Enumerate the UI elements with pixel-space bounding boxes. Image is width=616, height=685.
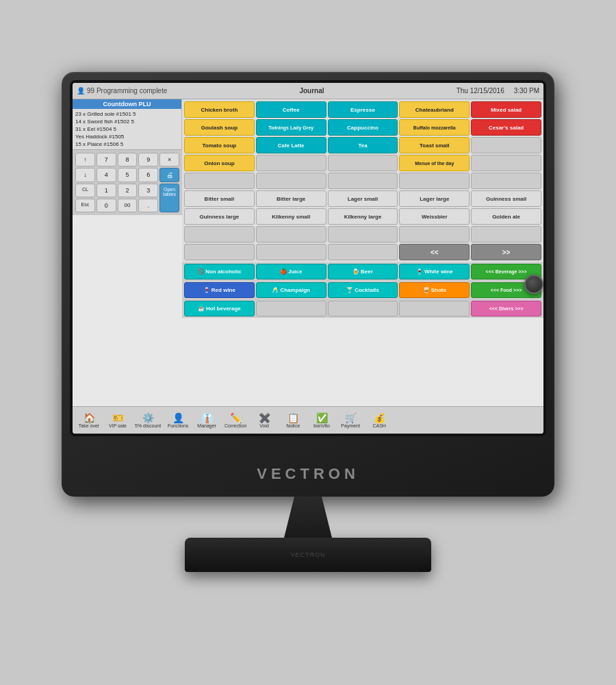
order-item: 23 x Grilled sole #1501 5	[74, 110, 180, 118]
vip-sale-btn[interactable]: 🎫 VIP sale	[104, 412, 131, 429]
cat-juice[interactable]: 🍎 Juice	[256, 264, 326, 279]
menu-goulash-soup[interactable]: Goulash soup	[184, 119, 255, 136]
key-multiply[interactable]: ×	[159, 153, 179, 166]
menu-onion-soup[interactable]: Onion soup	[184, 155, 255, 171]
time-display: 3:30 PM	[514, 87, 539, 95]
right-panel: Chicken broth Coffee Espresso Chateaubri…	[182, 99, 543, 406]
menu-lager-large[interactable]: Lager large	[399, 190, 470, 207]
menu-menue-of-day[interactable]: Menue of the day	[399, 155, 470, 171]
menu-coffee[interactable]: Coffee	[256, 101, 326, 118]
menu-twinings[interactable]: Twinings Lady Grey	[256, 119, 326, 136]
key-0[interactable]: 0	[97, 199, 116, 212]
journal-label: Journal	[171, 87, 452, 95]
void-label: Void	[259, 423, 269, 428]
key-3[interactable]: 3	[138, 184, 158, 197]
date-display: Thu 12/15/2016	[457, 87, 504, 95]
nav-prev-btn[interactable]: <<	[399, 244, 470, 260]
cat-beer[interactable]: 🍺 Beer	[328, 264, 398, 279]
key-decimal[interactable]: .	[138, 199, 158, 212]
take-over-label: Take over	[79, 423, 99, 428]
menu-cesars-salad[interactable]: Cesar's salad	[471, 119, 541, 136]
cat-white-wine[interactable]: 🍷 White wine	[399, 264, 470, 279]
arrow-up-btn[interactable]: ↑	[75, 153, 95, 166]
key-6[interactable]: 6	[138, 168, 158, 182]
menu-tomato-soup[interactable]: Tomato soup	[184, 137, 255, 153]
countdown-header: Countdown PLU	[73, 99, 181, 109]
notice-btn[interactable]: 📋 Notice	[279, 412, 307, 429]
manager-icon: 👔	[201, 413, 213, 423]
key-2[interactable]: 2	[118, 184, 138, 197]
discount-label: 5% discount	[135, 423, 161, 428]
power-button[interactable]	[524, 275, 543, 294]
order-list: 23 x Grilled sole #1501 5 14 x Sword fis…	[73, 109, 181, 149]
menu-cappuccino[interactable]: Cappuccino	[328, 119, 398, 136]
cat-divers-side[interactable]: <<< Divers >>>	[471, 301, 541, 316]
cash-label: CASH	[372, 423, 385, 428]
menu-kilkenny-small[interactable]: Kilkenny small	[256, 208, 326, 225]
menu-buffalo-mozzarella[interactable]: Buffalo mozzarella	[399, 119, 470, 136]
header-user: 👤 99 Programming complete	[77, 87, 167, 95]
menu-kilkenny-large[interactable]: Kilkenny large	[328, 208, 398, 225]
cat-empty-2	[328, 301, 398, 316]
arrow-down-btn[interactable]: ↓	[75, 168, 95, 182]
cat-shots[interactable]: 🥃 Shots	[399, 282, 470, 298]
key-7[interactable]: 7	[97, 153, 116, 166]
menu-chicken-broth[interactable]: Chicken broth	[184, 101, 255, 118]
payment-btn[interactable]: 🛒 Payment	[337, 412, 364, 429]
key-5[interactable]: 5	[118, 168, 138, 182]
notice-icon: 📋	[287, 413, 299, 423]
bonvito-btn[interactable]: ✅ bonVito	[308, 412, 335, 429]
menu-guinness-small[interactable]: Guinness small	[471, 190, 541, 207]
menu-bitter-small[interactable]: Bitter small	[184, 190, 255, 207]
stand-base: VECTRON	[185, 538, 431, 572]
cat-cocktails[interactable]: 🍸 Cocktails	[328, 282, 398, 298]
discount-btn[interactable]: ⚙️ 5% discount	[133, 412, 163, 429]
take-over-btn[interactable]: 🏠 Take over	[75, 412, 103, 429]
order-item: 14 x Sword fish #1502 5	[74, 118, 180, 125]
menu-tea[interactable]: Tea	[328, 137, 398, 153]
menu-toast-small[interactable]: Toast small	[399, 137, 470, 153]
functions-btn[interactable]: 👤 Functions	[164, 412, 192, 429]
brand-label: VECTRON	[257, 465, 359, 483]
menu-golden-ale[interactable]: Golden ale	[471, 208, 541, 225]
print-btn[interactable]: 🖨	[159, 168, 179, 182]
numpad-area: ↑ 7 8 9 × ↓ 4 5 6 🖨 CL	[73, 149, 182, 215]
menu-empty-6	[256, 173, 326, 189]
cat-champaign[interactable]: 🥂 Champaign	[256, 282, 326, 298]
menu-chateaubriand[interactable]: Chateaubriand	[399, 101, 470, 118]
correction-label: Correction	[224, 423, 246, 428]
cat-non-alcoholic[interactable]: 🚫 Non alcoholic	[184, 264, 255, 279]
menu-weissbier[interactable]: Weissbier	[399, 208, 470, 225]
menu-lager-small[interactable]: Lager small	[328, 190, 398, 207]
menu-bitter-large[interactable]: Bitter large	[256, 190, 326, 207]
order-item: 31 x Eel #1504 5	[74, 125, 180, 133]
menu-empty-10	[184, 226, 255, 242]
screen-bezel: 👤 99 Programming complete Journal Thu 12…	[70, 80, 546, 436]
key-8[interactable]: 8	[118, 153, 138, 166]
manager-btn[interactable]: 👔 Manager	[193, 412, 220, 429]
monitor: 👤 99 Programming complete Journal Thu 12…	[62, 72, 554, 497]
menu-empty-9	[471, 173, 541, 189]
cat-empty-3	[399, 301, 470, 316]
clear-btn[interactable]: CL	[75, 184, 95, 197]
key-4[interactable]: 4	[97, 168, 116, 182]
menu-mixed-salad[interactable]: Mixed salad	[471, 101, 541, 118]
order-item: Yes Haddock #1505	[74, 133, 180, 140]
cash-btn[interactable]: 💰 CASH	[365, 412, 393, 429]
cat-red-wine[interactable]: 🍷 Red wine	[184, 282, 255, 298]
menu-guinness-large[interactable]: Guinness large	[184, 208, 255, 225]
vip-sale-icon: 🎫	[112, 413, 124, 423]
esc-btn[interactable]: Esc	[75, 199, 95, 212]
key-1[interactable]: 1	[97, 184, 116, 197]
key-00[interactable]: 00	[118, 199, 138, 212]
cat-hot-beverage[interactable]: ☕ Hot beverage	[184, 301, 255, 316]
correction-btn[interactable]: ✏️ Correction	[222, 412, 249, 429]
menu-empty-2	[256, 155, 326, 171]
key-9[interactable]: 9	[138, 153, 158, 166]
menu-cafe-latte[interactable]: Cafe Latte	[256, 137, 326, 153]
nav-next-btn[interactable]: >>	[471, 244, 541, 260]
menu-espresso[interactable]: Espresso	[328, 101, 398, 118]
void-btn[interactable]: ✖️ Void	[251, 412, 278, 429]
cat-empty-1	[256, 301, 326, 316]
open-tables-btn[interactable]: Opentables	[159, 184, 179, 212]
